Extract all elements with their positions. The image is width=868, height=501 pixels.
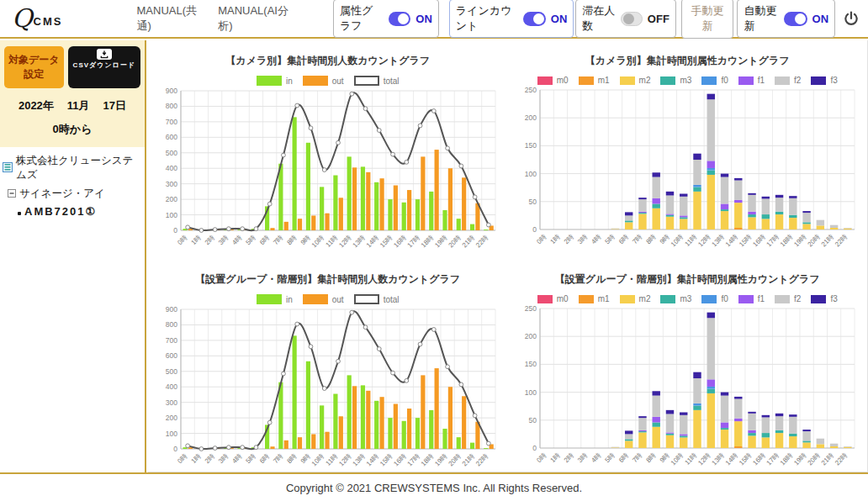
legend-swatch (738, 76, 754, 85)
stay-count-label: 滞在人数 (582, 3, 615, 34)
svg-text:4時: 4時 (230, 234, 243, 246)
legend-swatch (811, 76, 826, 85)
line-count-toggle[interactable] (523, 12, 546, 26)
attribute-graph-toggle[interactable] (389, 12, 411, 26)
line-count-state: ON (551, 13, 568, 25)
csv-download-label: CSVダウンロード (73, 61, 135, 70)
target-data-settings-button[interactable]: 対象データ設定 (4, 46, 64, 88)
legend-label: total (384, 76, 400, 86)
svg-text:1時: 1時 (549, 451, 562, 464)
legend-label: m0 (557, 294, 569, 303)
legend-swatch (303, 294, 328, 304)
svg-text:18時: 18時 (420, 452, 435, 467)
qcms-logo[interactable]: Q CMS (12, 8, 63, 29)
legend-item-f0: f0 (701, 294, 728, 303)
tree-item-1[interactable]: サイネージ・アイ (8, 187, 142, 201)
legend-swatch (620, 295, 635, 303)
svg-text:800: 800 (166, 102, 177, 110)
manual-link-ai[interactable]: MANUAL(AI分析) (218, 3, 289, 34)
svg-text:6時: 6時 (258, 234, 271, 246)
line-count-label: ラインカウント (456, 3, 518, 34)
svg-text:5時: 5時 (244, 234, 257, 246)
svg-text:12時: 12時 (337, 452, 352, 467)
svg-text:16時: 16時 (392, 234, 407, 249)
manual-update-button[interactable]: 手動更新 (681, 0, 734, 39)
power-icon (843, 10, 860, 27)
svg-text:6時: 6時 (258, 452, 271, 465)
svg-text:16時: 16時 (752, 233, 767, 248)
tree-item-0[interactable]: 株式会社クリューシステムズ (3, 154, 142, 182)
svg-text:13時: 13時 (351, 234, 366, 249)
legend-label: f2 (794, 294, 801, 303)
svg-text:100: 100 (525, 170, 537, 178)
legend-item-m2: m2 (620, 76, 651, 85)
svg-text:15時: 15時 (378, 234, 394, 249)
svg-text:5時: 5時 (244, 452, 257, 465)
group-count-chart-title: 【設置グループ・階層別】集計時間別人数カウントグラフ (195, 272, 460, 287)
svg-text:500: 500 (166, 367, 177, 376)
auto-update-toggle[interactable] (784, 12, 807, 26)
attribute-graph-state: ON (415, 13, 432, 25)
csv-download-button[interactable]: CSVダウンロード (68, 46, 140, 88)
svg-text:20時: 20時 (807, 451, 822, 467)
svg-text:50: 50 (529, 416, 537, 425)
svg-text:18時: 18時 (779, 451, 794, 467)
legend-label: f0 (721, 294, 728, 303)
sidebar: 対象データ設定 CSVダウンロード 2022年 11月 17日 0時から 株式会… (0, 40, 146, 472)
svg-text:3時: 3時 (217, 452, 230, 465)
auto-update-group: 自動更新 ON (737, 0, 835, 38)
legend-label: f0 (721, 76, 728, 85)
svg-text:900: 900 (166, 87, 177, 95)
svg-text:20時: 20時 (447, 452, 462, 467)
svg-text:2時: 2時 (563, 451, 575, 464)
legend-swatch (775, 76, 790, 85)
node-expand-icon (8, 188, 16, 200)
legend-label: f1 (758, 294, 765, 303)
svg-text:13時: 13時 (351, 452, 366, 467)
svg-text:11時: 11時 (684, 233, 699, 248)
legend-swatch (775, 295, 790, 303)
svg-text:14時: 14時 (365, 452, 380, 467)
legend-label: m3 (680, 76, 691, 85)
svg-text:7時: 7時 (631, 233, 643, 245)
svg-text:5時: 5時 (604, 451, 617, 464)
svg-text:7時: 7時 (631, 451, 643, 464)
tree-item-2[interactable]: AMB7201① (18, 205, 142, 218)
legend-label: m0 (557, 76, 569, 85)
legend-label: in (286, 76, 293, 86)
svg-text:11時: 11時 (324, 452, 339, 467)
svg-text:10時: 10時 (310, 452, 326, 467)
svg-text:250: 250 (525, 86, 537, 94)
svg-text:400: 400 (166, 382, 177, 391)
svg-text:500: 500 (166, 149, 177, 157)
legend-swatch (701, 76, 717, 85)
manual-link-common[interactable]: MANUAL(共通) (137, 3, 200, 34)
svg-text:8時: 8時 (645, 233, 658, 245)
toggle-knob (623, 13, 634, 24)
power-button[interactable] (843, 10, 860, 27)
legend-item-in: in (257, 294, 293, 304)
group-attribute-chart-plot: 0501001502002500時1時2時3時4時5時6時7時8時9時10時11… (513, 303, 861, 477)
legend-swatch (257, 76, 282, 86)
legend-label: f3 (830, 294, 837, 303)
svg-text:100: 100 (166, 430, 177, 438)
svg-text:14時: 14時 (724, 451, 739, 467)
svg-text:1時: 1時 (549, 233, 562, 245)
legend-label: m1 (598, 76, 610, 85)
svg-text:12時: 12時 (697, 233, 712, 248)
svg-text:15時: 15時 (738, 451, 753, 467)
stay-count-toggle[interactable] (621, 12, 643, 26)
svg-text:50: 50 (529, 198, 537, 206)
svg-text:800: 800 (166, 320, 177, 329)
toggle-knob (533, 13, 544, 24)
svg-text:8時: 8時 (645, 451, 658, 464)
svg-text:22時: 22時 (834, 451, 849, 467)
camera-count-chart-plot: 01002003004005006007008009000時1時2時3時4時5時… (154, 86, 502, 259)
legend-swatch (354, 294, 379, 304)
legend-label: f3 (830, 76, 837, 85)
legend-item-out: out (303, 294, 344, 304)
legend-item-m1: m1 (579, 76, 610, 85)
legend-label: m2 (639, 294, 651, 303)
svg-text:2時: 2時 (563, 233, 575, 245)
legend-swatch (354, 76, 379, 86)
